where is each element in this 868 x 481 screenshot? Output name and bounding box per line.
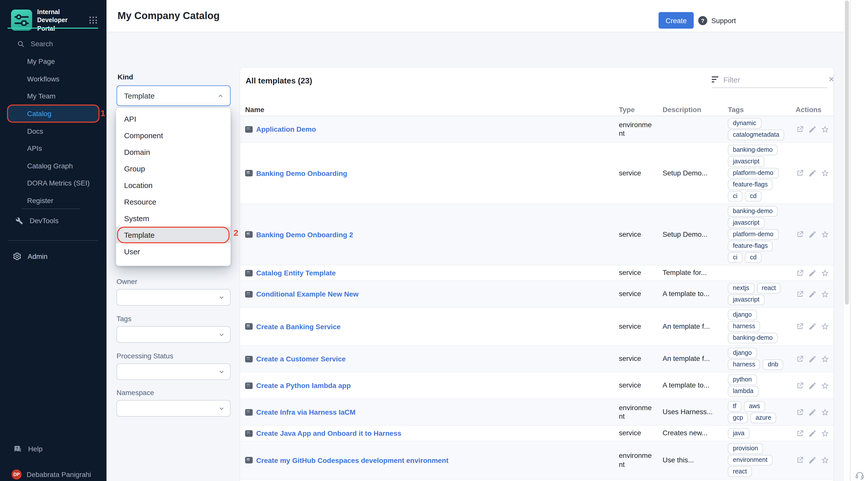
kind-option-location[interactable]: Location: [116, 177, 230, 193]
namespace-select[interactable]: [117, 400, 230, 417]
edit-pencil-icon[interactable]: [808, 230, 817, 239]
kind-option-group[interactable]: Group: [116, 160, 230, 177]
sidebar-item-help[interactable]: ? Help: [0, 441, 43, 456]
template-icon: [245, 270, 253, 276]
help-label: Help: [28, 445, 43, 453]
kind-option-domain[interactable]: Domain: [116, 144, 230, 160]
entity-link[interactable]: Create Infra via Harness IaCM: [256, 408, 355, 416]
filter-label: Processing Status: [117, 352, 230, 360]
sidebar-item-workflows[interactable]: Workflows: [0, 70, 106, 87]
tag-chip: django: [728, 348, 757, 358]
tags-cell: banking-demojavascriptplatform-demofeatu…: [728, 145, 796, 202]
tag-chip: platform-demo: [728, 168, 778, 178]
user-menu[interactable]: DP Debabrata Panigrahi: [0, 467, 91, 481]
table-row: Banking Demo OnboardingserviceSetup Demo…: [240, 143, 833, 204]
entity-link[interactable]: Create my GitHub Codespaces development …: [256, 456, 448, 464]
sidebar-item-catalog[interactable]: Catalog: [7, 105, 99, 122]
tag-chip: dnb: [763, 359, 783, 370]
kind-option-api[interactable]: API: [116, 111, 230, 127]
open-in-new-icon[interactable]: [796, 125, 804, 133]
edit-pencil-icon[interactable]: [808, 169, 817, 177]
open-in-new-icon[interactable]: [796, 408, 804, 416]
open-in-new-icon[interactable]: [796, 355, 804, 363]
entity-link[interactable]: Banking Demo Onboarding 2: [256, 231, 353, 239]
scrollbar-thumb[interactable]: [845, 0, 849, 305]
filter-group-tags: Tags: [117, 314, 230, 343]
tag-chip: tf: [728, 401, 741, 412]
edit-pencil-icon[interactable]: [808, 456, 817, 464]
template-icon: [245, 356, 253, 362]
open-in-new-icon[interactable]: [796, 381, 804, 390]
processing-status-select[interactable]: [117, 363, 230, 380]
support-headset-icon[interactable]: [855, 471, 865, 481]
star-icon[interactable]: [821, 230, 829, 239]
clear-filter-icon[interactable]: ✕: [828, 75, 833, 84]
open-in-new-icon[interactable]: [796, 230, 804, 239]
kind-option-system[interactable]: System: [116, 210, 230, 227]
star-icon[interactable]: [821, 169, 829, 177]
tag-chip: react: [728, 467, 752, 477]
star-icon[interactable]: [821, 322, 829, 331]
sidebar-item-my-page[interactable]: My Page: [0, 53, 106, 70]
sidebar-item-docs[interactable]: Docs: [0, 122, 106, 140]
star-icon[interactable]: [821, 429, 829, 438]
star-icon[interactable]: [821, 408, 829, 416]
create-button[interactable]: Create: [658, 12, 694, 29]
sidebar-item-catalog-graph[interactable]: Catalog Graph: [0, 157, 106, 174]
entity-link[interactable]: Banking Demo Onboarding: [256, 169, 347, 177]
tags-select[interactable]: [117, 326, 230, 343]
edit-pencil-icon[interactable]: [808, 429, 817, 438]
entity-link[interactable]: Conditional Example New New: [256, 290, 359, 298]
kind-option-component[interactable]: Component: [116, 127, 230, 144]
sidebar-item-admin[interactable]: Admin: [0, 249, 48, 264]
entity-link[interactable]: Application Demo: [256, 125, 316, 133]
entity-link[interactable]: Create a Customer Service: [256, 355, 346, 363]
template-icon: [245, 430, 253, 437]
sidebar-item-apis[interactable]: APIs: [0, 140, 106, 157]
kind-option-template[interactable]: Template: [116, 227, 230, 243]
support-button[interactable]: ? Support: [698, 12, 736, 29]
star-icon[interactable]: [821, 290, 829, 298]
annotation-step-1: 1: [100, 109, 105, 119]
description-cell: Creates new...: [662, 429, 728, 438]
star-icon[interactable]: [821, 355, 829, 363]
star-icon[interactable]: [821, 456, 829, 464]
sidebar-item-my-team[interactable]: My Team: [0, 87, 106, 105]
table-filter-input[interactable]: [723, 75, 823, 84]
entity-link[interactable]: Catalog Entity Template: [256, 269, 336, 277]
apps-grid-icon[interactable]: [89, 17, 97, 24]
edit-pencil-icon[interactable]: [808, 269, 817, 277]
edit-pencil-icon[interactable]: [808, 381, 817, 390]
tag-chip: aws: [744, 401, 765, 412]
edit-pencil-icon[interactable]: [808, 125, 817, 133]
edit-pencil-icon[interactable]: [808, 290, 817, 298]
kind-select[interactable]: Template: [117, 85, 230, 106]
edit-pencil-icon[interactable]: [808, 355, 817, 363]
star-icon[interactable]: [821, 381, 829, 390]
star-icon[interactable]: [821, 125, 829, 133]
entity-link[interactable]: Create Java App and Onboard it to Harnes…: [256, 429, 401, 437]
open-in-new-icon[interactable]: [796, 456, 804, 464]
open-in-new-icon[interactable]: [796, 322, 804, 331]
kind-option-resource[interactable]: Resource: [116, 193, 230, 210]
open-in-new-icon[interactable]: [796, 429, 804, 438]
type-cell: environment: [619, 120, 662, 138]
open-in-new-icon[interactable]: [796, 269, 804, 277]
owner-select[interactable]: [117, 289, 230, 306]
tag-chip: nextjs: [728, 283, 754, 294]
sidebar-item-register[interactable]: Register: [0, 192, 106, 209]
open-in-new-icon[interactable]: [796, 169, 804, 177]
sidebar-item-devtools[interactable]: DevTools: [0, 213, 59, 228]
tag-chip: azure: [750, 413, 776, 423]
open-in-new-icon[interactable]: [796, 290, 804, 298]
tag-chip: react: [757, 283, 781, 294]
entity-link[interactable]: Create a Python lambda app: [256, 382, 351, 390]
tags-cell: djangoharnessbanking-demo: [728, 310, 796, 343]
sidebar-search[interactable]: Search: [0, 36, 106, 52]
entity-link[interactable]: Create a Banking Service: [256, 323, 341, 330]
star-icon[interactable]: [821, 269, 829, 277]
sidebar-item-dora-metrics-sei-[interactable]: DORA Metrics (SEI): [0, 174, 106, 192]
kind-option-user[interactable]: User: [116, 243, 230, 260]
edit-pencil-icon[interactable]: [808, 322, 817, 331]
edit-pencil-icon[interactable]: [808, 408, 817, 416]
